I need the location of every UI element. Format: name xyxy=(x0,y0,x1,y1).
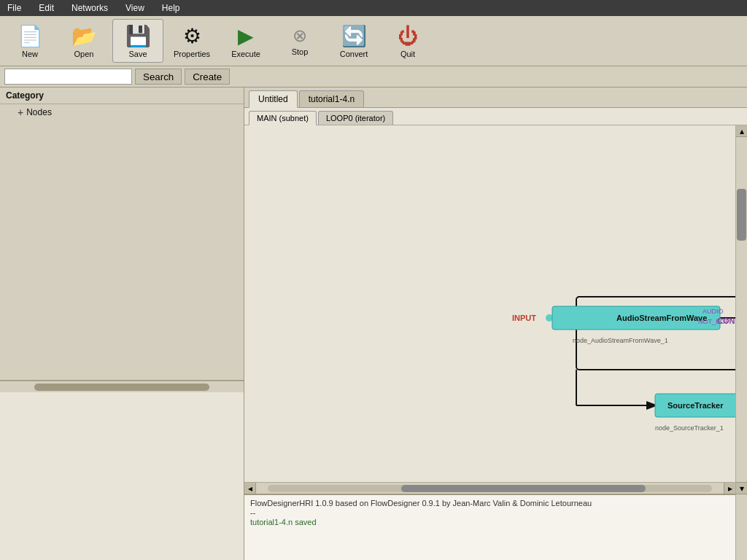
quit-button[interactable]: ⏻ Quit xyxy=(382,19,433,63)
convert-button[interactable]: 🔄 Convert xyxy=(328,19,379,63)
tab-untitled[interactable]: Untitled xyxy=(249,90,298,108)
search-input[interactable] xyxy=(4,69,132,85)
svg-text:node_SourceTracker_1: node_SourceTracker_1 xyxy=(655,424,724,432)
sidebar-hscroll-thumb[interactable] xyxy=(34,384,209,391)
execute-icon: ▶ xyxy=(238,24,254,48)
subtab-loop[interactable]: LOOP0 (iterator) xyxy=(318,111,393,125)
sidebar-hscroll[interactable] xyxy=(0,381,244,392)
expand-icon: + xyxy=(18,106,23,118)
category-label: Category xyxy=(6,90,44,101)
vscroll-up[interactable]: ▴ xyxy=(736,125,747,137)
save-label: Save xyxy=(128,50,147,58)
category-header: Category xyxy=(0,88,244,104)
canvas-hscroll[interactable]: ◂ ▸ xyxy=(244,482,735,494)
log-line-1: FlowDesignerHRI 1.0.9 based on FlowDesig… xyxy=(250,499,729,508)
svg-text:INPUT: INPUT xyxy=(512,314,536,322)
open-label: Open xyxy=(74,50,94,58)
menu-networks[interactable]: Networks xyxy=(67,1,112,15)
execute-label: Execute xyxy=(231,50,260,58)
log-line-3: tutorial1-4.n saved xyxy=(250,518,729,526)
canvas-vscroll: ▴ ▾ xyxy=(735,125,747,494)
svg-text:SourceTracker: SourceTracker xyxy=(667,401,724,410)
save-button[interactable]: 💾 Save xyxy=(112,19,163,63)
canvas-area: Untitled tutorial1-4.n MAIN (subnet) LOO… xyxy=(244,88,747,560)
svg-text:AudioStreamFromWave: AudioStreamFromWave xyxy=(616,314,707,322)
sidebar-item-nodes[interactable]: + Nodes xyxy=(0,104,244,120)
quit-icon: ⏻ xyxy=(398,24,418,48)
flow-diagram: AudioStreamFromWave AUDIO NOT_EOF node_A… xyxy=(244,125,735,482)
log-vscroll[interactable] xyxy=(735,494,747,560)
quit-label: Quit xyxy=(400,50,415,58)
flow-canvas[interactable]: AudioStreamFromWave AUDIO NOT_EOF node_A… xyxy=(244,125,735,482)
menubar: File Edit Networks View Help xyxy=(0,0,747,16)
subtab-main[interactable]: MAIN (subnet) xyxy=(249,111,317,125)
flow-wrapper: AudioStreamFromWave AUDIO NOT_EOF node_A… xyxy=(244,125,747,494)
flow-main: AudioStreamFromWave AUDIO NOT_EOF node_A… xyxy=(244,125,735,494)
new-button[interactable]: 📄 New xyxy=(4,19,55,63)
main-layout: Category + Nodes Untitled tutorial1-4.n … xyxy=(0,88,747,560)
properties-icon: ⚙ xyxy=(183,24,201,48)
sidebar: Category + Nodes xyxy=(0,88,244,560)
svg-text:CONDITION: CONDITION xyxy=(717,316,735,325)
execute-button[interactable]: ▶ Execute xyxy=(220,19,271,63)
properties-button[interactable]: ⚙ Properties xyxy=(166,19,217,63)
convert-icon: 🔄 xyxy=(341,24,367,48)
stop-label: Stop xyxy=(292,47,309,56)
vscroll-down[interactable]: ▾ xyxy=(736,482,747,494)
new-label: New xyxy=(22,50,38,58)
toolbar: 📄 New 📂 Open 💾 Save ⚙ Properties ▶ Execu… xyxy=(0,16,747,66)
sidebar-top: Category + Nodes xyxy=(0,88,244,381)
menu-file[interactable]: File xyxy=(3,1,26,15)
menu-help[interactable]: Help xyxy=(158,1,185,15)
hscroll-left[interactable]: ◂ xyxy=(244,483,256,494)
hscroll-right[interactable]: ▸ xyxy=(724,483,735,494)
open-button[interactable]: 📂 Open xyxy=(58,19,109,63)
save-icon: 💾 xyxy=(125,24,151,48)
menu-view[interactable]: View xyxy=(121,1,149,15)
stop-icon: ⊗ xyxy=(293,26,307,46)
subtab-bar: MAIN (subnet) LOOP0 (iterator) xyxy=(244,108,747,125)
stop-button[interactable]: ⊗ Stop xyxy=(274,19,325,63)
hscroll-track[interactable] xyxy=(268,485,712,492)
tab-tutorial[interactable]: tutorial1-4.n xyxy=(299,90,364,107)
svg-text:AUDIO: AUDIO xyxy=(703,308,724,315)
nodes-label: Nodes xyxy=(26,107,52,117)
log-section: FlowDesignerHRI 1.0.9 based on FlowDesig… xyxy=(244,494,747,560)
create-button[interactable]: Create xyxy=(185,69,230,85)
new-icon: 📄 xyxy=(18,24,43,48)
searchbar: Search Create xyxy=(0,66,747,88)
sidebar-bottom-panel xyxy=(0,392,244,560)
search-button[interactable]: Search xyxy=(135,69,182,85)
convert-label: Convert xyxy=(340,50,368,58)
properties-label: Properties xyxy=(174,50,210,58)
log-area: FlowDesignerHRI 1.0.9 based on FlowDesig… xyxy=(244,494,735,560)
vscroll-thumb[interactable] xyxy=(737,189,746,241)
hscroll-thumb[interactable] xyxy=(401,485,646,492)
menu-edit[interactable]: Edit xyxy=(34,1,58,15)
vscroll-track[interactable] xyxy=(736,137,747,482)
open-icon: 📂 xyxy=(71,24,97,48)
tab-bar: Untitled tutorial1-4.n xyxy=(244,88,747,108)
svg-text:node_AudioStreamFromWave_1: node_AudioStreamFromWave_1 xyxy=(573,337,668,344)
log-line-2: -- xyxy=(250,508,729,517)
